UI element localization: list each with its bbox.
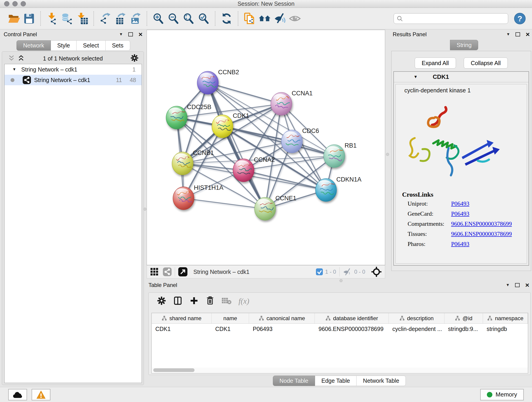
export-network-button[interactable] (98, 11, 113, 26)
hscrollbar-thumb[interactable] (153, 368, 195, 372)
network-collection-row[interactable]: ▼ String Network – cdk1 1 (5, 64, 142, 75)
crosslink-link-pharos[interactable]: P06493 (451, 241, 469, 248)
zoom-in-button[interactable] (151, 11, 166, 26)
node-RB1[interactable] (324, 145, 345, 167)
warnings-button[interactable] (32, 389, 51, 400)
panel-menu-icon[interactable]: ▼ (506, 283, 510, 287)
import-table-file-button[interactable] (75, 11, 90, 26)
edge-HIST1H1A-CCNE1[interactable] (184, 198, 265, 209)
zoom-selected-button[interactable] (196, 11, 211, 26)
expand-all-button[interactable]: Expand All (415, 57, 456, 69)
help-button[interactable]: ? (514, 13, 526, 24)
tab-style[interactable]: Style (51, 40, 77, 51)
collection-expand-icon[interactable]: ▼ (12, 67, 16, 72)
tab-edge-table[interactable]: Edge Table (315, 376, 357, 386)
export-table-button[interactable] (113, 11, 128, 26)
zoom-out-button[interactable] (166, 11, 181, 26)
table-cell-description[interactable]: cyclin-dependent ... (389, 324, 444, 334)
close-panel-icon[interactable]: × (526, 32, 530, 36)
network-share-view-icon[interactable] (163, 268, 172, 276)
tab-network[interactable]: Network (17, 40, 51, 51)
node-label-HIST1H1A: HIST1H1A (194, 184, 223, 191)
column-header-database-identifier[interactable]: database identifier (315, 313, 389, 323)
close-panel-icon[interactable]: × (138, 32, 143, 36)
control-panel-title: Control Panel (4, 31, 37, 38)
node-CCNB2[interactable] (197, 71, 218, 94)
hide-selected-button[interactable] (272, 11, 287, 26)
node-HIST1H1A[interactable] (173, 187, 194, 210)
import-network-database-button[interactable] (60, 11, 75, 26)
cloud-services-button[interactable] (8, 389, 27, 400)
column-header-description[interactable]: description (389, 313, 444, 323)
node-CDKN1A[interactable] (316, 179, 336, 201)
tab-string[interactable]: String (450, 40, 478, 50)
export-image-button[interactable] (128, 11, 143, 26)
show-all-button[interactable] (287, 11, 302, 26)
table-cell-shared-name[interactable]: CDK1 (152, 324, 212, 334)
column-header-id[interactable]: @id (444, 313, 483, 323)
add-column-icon[interactable] (190, 296, 199, 306)
birdseye-grid-icon[interactable] (150, 268, 159, 276)
table-cell-name[interactable]: CDK1 (212, 324, 249, 334)
delete-column-trash-icon[interactable] (206, 296, 215, 306)
table-cell-canonical-name[interactable]: P06493 (249, 324, 315, 334)
tab-sets[interactable]: Sets (106, 40, 130, 51)
table-cell-database-identifier[interactable]: 9606.ENSP00000378699 (315, 324, 389, 334)
network-canvas[interactable]: CCNB2CCNA1CDC25BCDK1CDC6RB1CCNB1CCNA2CDK… (147, 30, 385, 265)
column-header-canonical-name[interactable]: canonical name (249, 313, 315, 323)
fit-selected-crosshair-icon[interactable] (371, 267, 382, 277)
left-splitter-handle[interactable] (143, 208, 146, 211)
node-CDC25B[interactable] (166, 106, 187, 129)
section-collapse-icon[interactable]: ▼ (413, 75, 418, 79)
node-CDC6[interactable] (281, 130, 302, 153)
memory-button[interactable]: Memory (480, 389, 524, 400)
search-box[interactable] (394, 13, 508, 24)
refresh-network-button[interactable] (219, 11, 234, 26)
float-panel-icon[interactable] (515, 32, 520, 36)
function-builder-icon: f(x) (239, 297, 249, 306)
crosslink-link-compartments[interactable]: 9606.ENSP00000378699 (451, 220, 512, 227)
close-panel-icon[interactable]: × (525, 283, 529, 287)
column-header-name[interactable]: name (212, 313, 249, 323)
node-CDK1[interactable] (212, 115, 233, 138)
right-splitter-handle[interactable] (386, 153, 389, 156)
crosslink-link-uniprot[interactable]: P06493 (451, 200, 469, 207)
float-panel-icon[interactable] (128, 32, 133, 36)
search-input[interactable] (403, 15, 501, 22)
save-session-button[interactable] (22, 11, 37, 26)
tab-node-table[interactable]: Node Table (273, 376, 315, 386)
column-header-shared-name[interactable]: shared name (152, 313, 212, 323)
refresh-network-icon (221, 13, 233, 25)
open-view-icon[interactable] (178, 267, 187, 276)
collapse-all-button[interactable]: Collapse All (464, 57, 508, 69)
node-CCNE1[interactable] (254, 197, 276, 220)
crosslink-link-genecard[interactable]: P06493 (451, 211, 469, 217)
table-options-gear-icon[interactable] (157, 296, 166, 306)
crosslink-link-tissues[interactable]: 9606.ENSP00000378699 (451, 230, 512, 237)
clone-network-button[interactable] (242, 11, 257, 26)
open-session-button[interactable] (6, 11, 22, 26)
network-row[interactable]: String Network – cdk1 11 48 (5, 75, 142, 85)
panel-menu-icon[interactable]: ▼ (119, 32, 123, 37)
table-cell-id[interactable]: stringdb:9... (444, 324, 483, 334)
float-panel-icon[interactable] (515, 283, 520, 287)
network-overview-button[interactable] (257, 11, 272, 26)
control-panel: Control Panel ▼ × NetworkStyleSelectSets… (2, 31, 146, 386)
selected-checkbox-icon[interactable] (316, 268, 323, 275)
table-hscrollbar[interactable] (152, 368, 528, 373)
panel-menu-icon[interactable]: ▼ (506, 32, 510, 37)
zoom-fit-button[interactable] (181, 11, 196, 26)
show-columns-icon[interactable] (173, 296, 183, 306)
node-CCNA1[interactable] (271, 92, 292, 115)
node-gloss (215, 116, 228, 123)
node-CCNA2[interactable] (233, 159, 254, 182)
crosslink-label: GeneCard: (408, 211, 451, 217)
network-options-gear-icon[interactable] (130, 54, 139, 63)
tab-select[interactable]: Select (76, 40, 105, 51)
import-network-file-button[interactable] (44, 11, 60, 26)
node-CCNB1[interactable] (172, 152, 193, 175)
protein-structure-image (396, 94, 527, 190)
table-cell-namespace[interactable]: stringdb (483, 324, 528, 334)
column-header-namespace[interactable]: namespace (483, 313, 528, 323)
tab-network-table[interactable]: Network Table (356, 376, 406, 386)
